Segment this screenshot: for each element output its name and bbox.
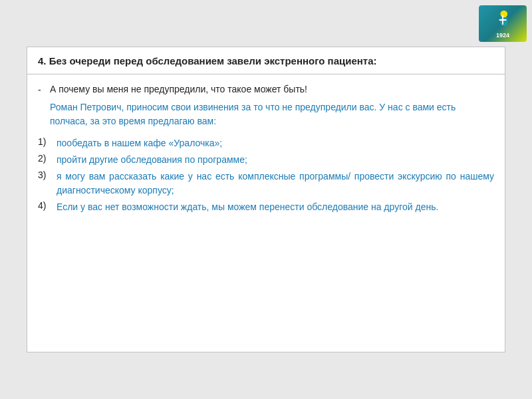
answer-block: Роман Петрович, приносим свои извинения … (50, 100, 494, 128)
item-3-num: 3) (38, 170, 57, 180)
item-1-text: пообедать в нашем кафе «Уралочка»; (57, 136, 494, 150)
item-1-num: 1) (38, 136, 57, 147)
card-header-text: 4. Без очереди перед обследованием завел… (38, 55, 377, 66)
question-row: - А почему вы меня не предупредили, что … (38, 84, 494, 95)
numbered-list: 1) пообедать в нашем кафе «Уралочка»; 2)… (38, 136, 494, 217)
item-2-num: 2) (38, 153, 57, 164)
card-body: - А почему вы меня не предупредили, что … (27, 74, 505, 352)
item-4-text: Если у вас нет возможности ждать, мы мож… (57, 200, 494, 214)
page-background: 1924 4. Без очереди перед обследованием … (0, 0, 532, 399)
list-item-3: 3) я могу вам рассказать какие у нас ест… (38, 170, 494, 198)
list-item-2: 2) пройти другие обследования по програм… (38, 153, 494, 167)
list-item-4: 4) Если у вас нет возможности ждать, мы … (38, 200, 494, 214)
svg-point-0 (500, 10, 507, 17)
main-card: 4. Без очереди перед обследованием завел… (27, 47, 505, 352)
logo-year: 1924 (496, 32, 509, 39)
list-item-1: 1) пообедать в нашем кафе «Уралочка»; (38, 136, 494, 150)
item-2-text: пройти другие обследования по программе; (57, 153, 494, 167)
dash-symbol: - (38, 84, 45, 95)
card-header: 4. Без очереди перед обследованием завел… (27, 47, 505, 74)
item-3-text: я могу вам рассказать какие у нас есть к… (57, 170, 494, 198)
question-text: А почему вы меня не предупредили, что та… (50, 84, 307, 95)
item-4-num: 4) (38, 200, 57, 211)
logo-icon (492, 9, 513, 31)
answer-intro-text: Роман Петрович, приносим свои извинения … (50, 102, 456, 126)
logo-area: 1924 (479, 5, 527, 42)
